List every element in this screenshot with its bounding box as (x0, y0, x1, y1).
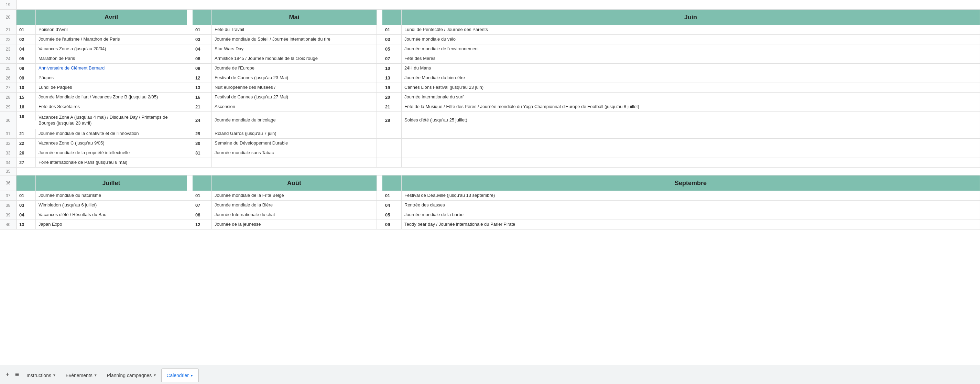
row-number: 36 (0, 175, 16, 191)
spreadsheet-area: 19 20 Avril Mai Juin 21 01 Poisson d'Avr… (0, 0, 980, 365)
mai-header: Mai (212, 10, 377, 25)
mai-day: 29 (192, 129, 212, 138)
table-row: 23 04 Vacances Zone a (jusqu'au 20/04) 0… (0, 45, 980, 54)
table-row: 25 08 Anniversaire de Clément Bernard 09… (0, 64, 980, 73)
avril-day: 26 (16, 148, 36, 158)
gap-cell (377, 210, 382, 220)
table-row: 27 10 Lundi de Pâques 13 Nuit européenne… (0, 83, 980, 92)
gap-cell (187, 210, 192, 220)
juin-day: 21 (382, 102, 402, 112)
aout-event: Journée mondiale de la Bière (212, 201, 377, 210)
gap-cell (377, 35, 382, 44)
gap-cell (377, 220, 382, 229)
juin-header-day-spacer (382, 10, 402, 25)
juillet-event: Vacances d'été / Résultats du Bac (36, 210, 187, 220)
septembre-day: 04 (382, 201, 402, 210)
row-number: 37 (0, 191, 16, 200)
gap-cell (187, 220, 192, 229)
gap-cell (187, 64, 192, 73)
avril-header-day-spacer (16, 10, 36, 25)
avril-event: Foire internationale de Paris (jusqu'au … (36, 158, 187, 167)
septembre-event: Journée mondiale de la barbe (402, 210, 980, 220)
mai-day: 21 (192, 102, 212, 112)
avril-day: 15 (16, 92, 36, 102)
row-number: 33 (0, 148, 16, 158)
mai-event: Semaine du Développement Durable (212, 139, 377, 148)
empty-cell (16, 167, 980, 175)
juin-event: Fête des Mères (402, 54, 980, 63)
juin-day: 01 (382, 25, 402, 34)
mai-event: Roland Garros (jusqu'au 7 juin) (212, 129, 377, 138)
mai-event: Journée mondiale du bricolage (212, 112, 377, 129)
mai-event: Fête du Travail (212, 25, 377, 34)
table-row: 39 04 Vacances d'été / Résultats du Bac … (0, 210, 980, 220)
juin-day: 07 (382, 54, 402, 63)
juin-event (402, 129, 980, 138)
avril-day: 01 (16, 25, 36, 34)
mai-event: Armistice 1945 / Journée mondiale de la … (212, 54, 377, 63)
juin-event: 24H du Mans (402, 64, 980, 73)
gap-cell (187, 83, 192, 92)
gap-cell (187, 25, 192, 34)
row-number: 34 (0, 158, 16, 167)
aout-day: 01 (192, 191, 212, 200)
juillet-header-day-spacer (16, 175, 36, 191)
gap-cell (187, 129, 192, 138)
avril-day: 02 (16, 35, 36, 44)
table-row: 40 13 Japan Expo 12 Journée de la jeunes… (0, 220, 980, 229)
juillet-header: Juillet (36, 175, 187, 191)
table-row: 38 03 Wimbledon (jusqu'au 6 juillet) 07 … (0, 201, 980, 210)
gap-cell (187, 175, 192, 191)
gap-cell (377, 158, 382, 167)
anniversaire-link[interactable]: Anniversaire de Clément Bernard (38, 65, 105, 71)
avril-day: 04 (16, 45, 36, 54)
avril-day: 16 (16, 102, 36, 112)
juin-header: Juin (402, 10, 980, 25)
mai-event: Festival de Cannes (jusqu'au 23 Mai) (212, 73, 377, 83)
tab-evenements-label: Evénements (66, 373, 92, 378)
mai-day: 31 (192, 148, 212, 158)
juin-day: 19 (382, 83, 402, 92)
table-row: 28 15 Journée Mondiale de l'art / Vacanc… (0, 92, 980, 102)
row-number: 32 (0, 139, 16, 148)
tab-calendrier[interactable]: Calendrier ▼ (161, 368, 199, 382)
aout-header: Août (212, 175, 377, 191)
gap-cell (377, 148, 382, 158)
gap-cell (187, 148, 192, 158)
tab-calendrier-arrow: ▼ (190, 374, 194, 378)
juin-event: Journée mondiale de l'environnement (402, 45, 980, 54)
gap-cell (187, 54, 192, 63)
avril-day: 22 (16, 139, 36, 148)
aout-event: Journée Internationale du chat (212, 210, 377, 220)
aout-day: 07 (192, 201, 212, 210)
table-row: 22 02 Journée de l'autisme / Marathon de… (0, 35, 980, 45)
gap-cell (377, 139, 382, 148)
avril-event: Marathon de Paris (36, 54, 187, 63)
mai-event (212, 158, 377, 167)
mai-event: Festival de Cannes (jusqu'au 27 Mai) (212, 92, 377, 102)
row-number: 35 (0, 167, 16, 175)
gap-cell (377, 45, 382, 54)
add-sheet-button[interactable]: + (3, 368, 13, 381)
gap-cell (377, 102, 382, 112)
gap-cell (377, 191, 382, 200)
row-number: 23 (0, 45, 16, 54)
tab-planning[interactable]: Planning campagnes ▼ (102, 368, 162, 382)
mai-event: Journée de l'Europe (212, 64, 377, 73)
avril-day: 10 (16, 83, 36, 92)
avril-day: 18 (16, 112, 36, 120)
gap-cell (187, 10, 192, 25)
table-row: 34 27 Foire internationale de Paris (jus… (0, 158, 980, 167)
row-number: 21 (0, 25, 16, 34)
tab-instructions[interactable]: Instructions ▼ (22, 368, 61, 382)
avril-day: 09 (16, 73, 36, 83)
row-number: 22 (0, 35, 16, 44)
gap-cell (377, 83, 382, 92)
avril-event: Lundi de Pâques (36, 83, 187, 92)
row-number: 30 (0, 112, 16, 129)
tab-evenements[interactable]: Evénements ▼ (61, 368, 102, 382)
sheet-menu-button[interactable]: ≡ (13, 368, 22, 381)
avril-event: Vacances Zone A (jusqu'au 4 mai) / Disqu… (36, 112, 187, 129)
juillet-day: 01 (16, 191, 36, 200)
gap-cell (187, 139, 192, 148)
